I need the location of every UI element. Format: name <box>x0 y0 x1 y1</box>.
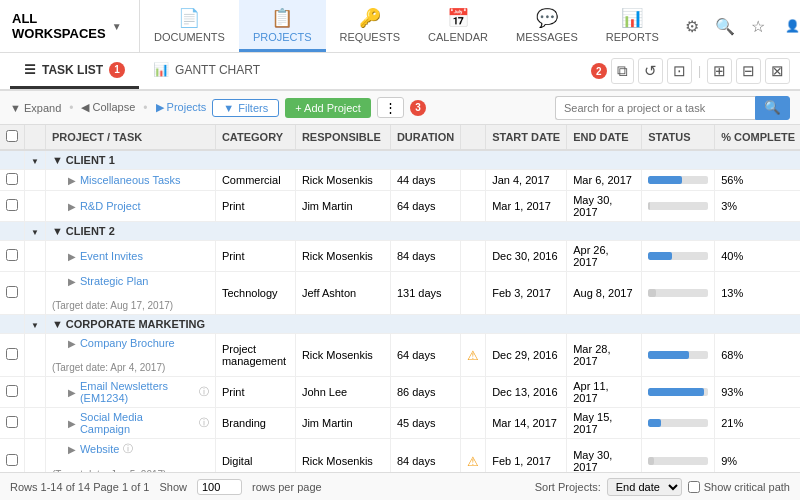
search-input[interactable] <box>555 96 755 120</box>
critical-path-toggle[interactable]: Show critical path <box>688 481 790 493</box>
more-button[interactable]: ⋮ <box>377 97 404 118</box>
sort-select[interactable]: End date <box>607 478 682 496</box>
row-checkbox[interactable] <box>6 173 18 185</box>
copy-icon-btn[interactable]: ⧉ <box>611 58 634 84</box>
task-name[interactable]: Social Media Campaign <box>80 411 195 435</box>
row-start-date: Dec 13, 2016 <box>486 377 567 408</box>
select-all-checkbox[interactable] <box>6 130 18 142</box>
row-responsible: Rick Mosenkis <box>295 334 390 377</box>
row-checkbox[interactable] <box>6 199 18 211</box>
task-name[interactable]: Event Invites <box>80 250 143 262</box>
filters-button[interactable]: ▼ Filters <box>212 99 279 117</box>
row-expand-icon[interactable]: ▶ <box>68 251 76 262</box>
row-expand-cell <box>25 408 46 439</box>
row-start-date: Mar 14, 2017 <box>486 408 567 439</box>
th-category: CATEGORY <box>215 125 295 150</box>
collapse-icon-btn[interactable]: ⊡ <box>667 58 692 84</box>
tab-tasklist[interactable]: ☰ TASK LIST 1 <box>10 53 139 89</box>
gear-icon[interactable]: ⚙ <box>681 13 703 40</box>
row-start-date: Jan 4, 2017 <box>486 170 567 191</box>
search-icon[interactable]: 🔍 <box>711 13 739 40</box>
status-bar <box>648 351 708 359</box>
show-label: Show <box>159 481 187 493</box>
row-checkbox[interactable] <box>6 416 18 428</box>
row-task-cell: ▶Miscellaneous Tasks <box>45 170 215 191</box>
row-responsible: Jim Martin <box>295 408 390 439</box>
row-checkbox[interactable] <box>6 348 18 360</box>
expand-btn[interactable]: ▼ Expand <box>10 102 61 114</box>
user-menu[interactable]: 👤 Rick ▼ <box>777 15 800 37</box>
status-fill <box>648 388 704 396</box>
nav-item-documents[interactable]: 📄DOCUMENTS <box>140 0 239 52</box>
row-status <box>642 191 715 222</box>
projects-breadcrumb[interactable]: ▶ Projects <box>156 101 207 114</box>
task-table: PROJECT / TASK CATEGORY RESPONSIBLE DURA… <box>0 125 800 472</box>
row-expand-icon[interactable]: ▶ <box>68 418 76 429</box>
row-expand-icon[interactable]: ▶ <box>68 175 76 186</box>
task-name[interactable]: R&D Project <box>80 200 141 212</box>
tab-gantt[interactable]: 📊 GANTT CHART <box>139 53 274 89</box>
row-expand-cell <box>25 439 46 473</box>
group-expand: ▼ <box>25 315 46 334</box>
th-warn <box>461 125 486 150</box>
row-complete: 3% <box>715 191 800 222</box>
group-triangle-icon[interactable]: ▼ <box>31 157 39 166</box>
row-expand-icon[interactable]: ▶ <box>68 201 76 212</box>
task-name[interactable]: Strategic Plan <box>80 275 148 287</box>
sort-label: Sort Projects: <box>535 481 601 493</box>
critical-path-checkbox[interactable] <box>688 481 700 493</box>
task-name[interactable]: Company Brochure <box>80 337 175 349</box>
row-task-cell: ▶Email Newsletters (EM1234)ⓘ <box>45 377 215 408</box>
status-bar <box>648 457 708 465</box>
export1-icon-btn[interactable]: ⊞ <box>707 58 732 84</box>
brand[interactable]: ALL WORKSPACES ▼ <box>0 0 140 52</box>
row-start-date: Dec 29, 2016 <box>486 334 567 377</box>
status-fill <box>648 252 672 260</box>
row-expand-icon[interactable]: ▶ <box>68 338 76 349</box>
add-project-button[interactable]: + Add Project <box>285 98 371 118</box>
refresh-icon-btn[interactable]: ↺ <box>638 58 663 84</box>
row-end-date: Mar 28, 2017 <box>567 334 642 377</box>
row-expand-icon[interactable]: ▶ <box>68 444 76 455</box>
nav-item-reports[interactable]: 📊REPORTS <box>592 0 673 52</box>
nav-item-requests[interactable]: 🔑REQUESTS <box>326 0 415 52</box>
group-name: ▼ CLIENT 1 <box>45 150 800 170</box>
row-complete: 13% <box>715 272 800 315</box>
row-category: Branding <box>215 408 295 439</box>
user-avatar-icon: 👤 <box>785 19 800 33</box>
row-checkbox[interactable] <box>6 286 18 298</box>
filters-label: Filters <box>238 102 268 114</box>
group-triangle-icon[interactable]: ▼ <box>31 228 39 237</box>
row-expand-icon[interactable]: ▶ <box>68 387 76 398</box>
group-triangle-icon[interactable]: ▼ <box>31 321 39 330</box>
row-end-date: Mar 6, 2017 <box>567 170 642 191</box>
search-button[interactable]: 🔍 <box>755 96 790 120</box>
row-status <box>642 170 715 191</box>
status-fill <box>648 289 656 297</box>
star-icon[interactable]: ☆ <box>747 13 769 40</box>
tab-tasklist-label: TASK LIST <box>42 63 103 77</box>
nav-item-calendar[interactable]: 📅CALENDAR <box>414 0 502 52</box>
group-row: ▼ ▼ CLIENT 2 <box>0 222 800 241</box>
row-checkbox[interactable] <box>6 454 18 466</box>
row-duration: 86 days <box>390 377 460 408</box>
row-expand-icon[interactable]: ▶ <box>68 276 76 287</box>
row-checkbox[interactable] <box>6 249 18 261</box>
th-project-task: PROJECT / TASK <box>45 125 215 150</box>
row-duration: 131 days <box>390 272 460 315</box>
export3-icon-btn[interactable]: ⊠ <box>765 58 790 84</box>
task-name[interactable]: Miscellaneous Tasks <box>80 174 181 186</box>
row-checkbox[interactable] <box>6 385 18 397</box>
task-name[interactable]: Website <box>80 443 120 455</box>
row-complete: 40% <box>715 241 800 272</box>
collapse-btn[interactable]: ◀ Collapse <box>81 101 135 114</box>
rows-per-page-input[interactable] <box>197 479 242 495</box>
status-bar <box>648 252 708 260</box>
nav-item-messages[interactable]: 💬MESSAGES <box>502 0 592 52</box>
calendar-nav-label: CALENDAR <box>428 31 488 43</box>
row-warn-cell <box>461 170 486 191</box>
nav-item-projects[interactable]: 📋PROJECTS <box>239 0 326 52</box>
task-name[interactable]: Email Newsletters (EM1234) <box>80 380 195 404</box>
row-duration: 44 days <box>390 170 460 191</box>
export2-icon-btn[interactable]: ⊟ <box>736 58 761 84</box>
